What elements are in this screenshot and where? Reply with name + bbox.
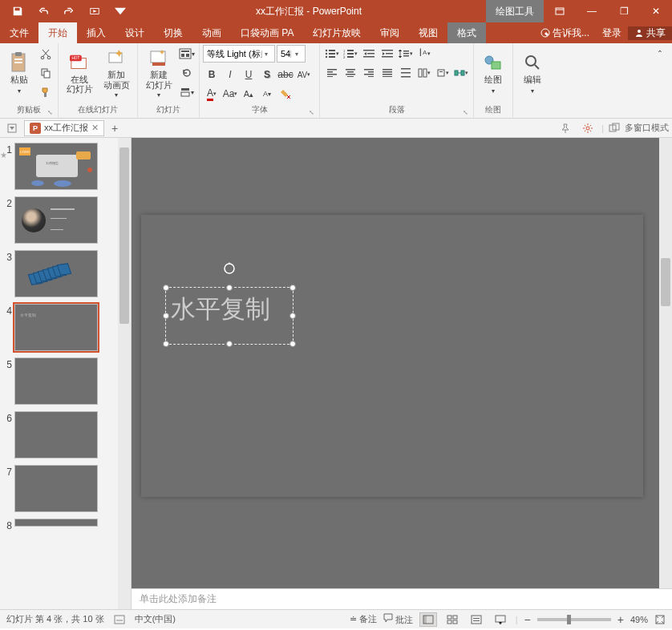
rotate-handle[interactable]: [223, 262, 236, 275]
settings-button[interactable]: [579, 119, 597, 137]
tab-view[interactable]: 视图: [409, 22, 447, 43]
close-button[interactable]: ✕: [640, 0, 672, 22]
zoom-in-button[interactable]: +: [617, 613, 624, 626]
underline-button[interactable]: U: [240, 66, 257, 83]
resize-handle-s[interactable]: [226, 341, 233, 347]
thumb-scrollbar[interactable]: [118, 138, 131, 609]
resize-handle-se[interactable]: [289, 341, 296, 347]
resize-handle-w[interactable]: [163, 313, 169, 319]
font-name-combo[interactable]: 等线 Light (标题▾: [203, 45, 275, 63]
language-label[interactable]: 中文(中国): [135, 613, 176, 625]
selected-textbox[interactable]: 水平复制: [165, 287, 293, 345]
zoom-slider[interactable]: [537, 618, 611, 621]
qat-save-button[interactable]: [6, 2, 29, 21]
grow-font-button[interactable]: A▴: [240, 85, 257, 103]
tab-file[interactable]: 文件: [0, 22, 38, 43]
columns-button[interactable]: ▾: [415, 64, 433, 82]
normal-view-button[interactable]: [419, 612, 437, 627]
paste-button[interactable]: 粘贴▾: [3, 45, 35, 103]
textbox-content[interactable]: 水平复制: [166, 288, 293, 326]
resize-handle-sw[interactable]: [163, 341, 169, 347]
resize-handle-nw[interactable]: [163, 285, 169, 291]
slide-thumb-1[interactable]: LOGO工作报告: [14, 143, 98, 190]
zoom-out-button[interactable]: −: [524, 613, 531, 626]
clear-format-button[interactable]: [277, 85, 294, 103]
align-right-button[interactable]: [360, 64, 378, 82]
font-color-button[interactable]: A▾: [203, 85, 221, 103]
bullets-button[interactable]: ▾: [323, 45, 341, 63]
resize-handle-e[interactable]: [289, 313, 296, 319]
slide-thumb-6[interactable]: [14, 411, 98, 458]
slideshow-view-button[interactable]: [492, 612, 509, 627]
tab-insert[interactable]: 插入: [77, 22, 115, 43]
smartart-button[interactable]: ▾: [452, 64, 470, 82]
tab-pocket-anim[interactable]: 口袋动画 PA: [231, 22, 303, 43]
editing-button[interactable]: 编辑▾: [516, 45, 549, 103]
font-size-combo[interactable]: 54▾: [277, 45, 306, 63]
collapse-ribbon-button[interactable]: ˆ: [651, 46, 669, 64]
editor-scrollbar[interactable]: [659, 138, 672, 588]
zoom-level[interactable]: 49%: [630, 615, 648, 624]
multiwindow-label[interactable]: 多窗口模式: [625, 122, 669, 134]
new-anim-page-button[interactable]: 新加 动画页▾: [99, 45, 134, 103]
char-spacing-button[interactable]: AV▾: [295, 66, 313, 83]
doc-tab-active[interactable]: P xx工作汇报 ✕: [24, 120, 104, 136]
pin-button[interactable]: [557, 119, 574, 137]
sorter-view-button[interactable]: [443, 612, 461, 627]
spell-check-icon[interactable]: [114, 614, 125, 625]
ribbon-options-button[interactable]: [544, 0, 576, 22]
distribute-button[interactable]: [397, 64, 415, 82]
tab-transition[interactable]: 切换: [154, 22, 192, 43]
qat-redo-button[interactable]: [58, 2, 80, 21]
notes-toggle[interactable]: ≐ 备注: [350, 613, 377, 625]
slide-canvas[interactable]: 水平复制: [141, 215, 643, 497]
italic-button[interactable]: I: [221, 66, 239, 83]
numbering-button[interactable]: 123▾: [342, 45, 359, 63]
decrease-indent-button[interactable]: [360, 45, 378, 63]
bold-button[interactable]: B: [203, 66, 221, 83]
shrink-font-button[interactable]: A▾: [258, 85, 276, 103]
shadow-button[interactable]: S: [258, 66, 276, 83]
tab-design[interactable]: 设计: [115, 22, 154, 43]
comments-toggle[interactable]: 批注: [383, 613, 413, 626]
align-text-button[interactable]: ▾: [434, 64, 451, 82]
slide-thumb-4[interactable]: 水平复制: [14, 304, 98, 351]
restore-button[interactable]: ❐: [608, 0, 640, 22]
align-left-button[interactable]: [323, 64, 341, 82]
line-spacing-button[interactable]: ▾: [397, 45, 415, 63]
dialog-launcher-icon[interactable]: ⤡: [309, 109, 314, 116]
online-slides-button[interactable]: HOT 在线 幻灯片: [62, 45, 97, 103]
strike-button[interactable]: abc: [277, 66, 294, 83]
change-case-button[interactable]: Aa▾: [221, 85, 239, 103]
copy-button[interactable]: [37, 64, 55, 82]
format-painter-button[interactable]: [37, 83, 55, 101]
tab-review[interactable]: 审阅: [370, 22, 409, 43]
section-button[interactable]: ▾: [178, 83, 196, 101]
layout-button[interactable]: ▾: [178, 45, 196, 63]
fit-window-button[interactable]: [654, 614, 666, 625]
tab-format[interactable]: 格式: [447, 22, 486, 43]
doc-tabs-menu-button[interactable]: [3, 119, 21, 137]
doc-tab-close-button[interactable]: ✕: [91, 123, 99, 133]
slide-thumb-2[interactable]: [14, 196, 98, 244]
tab-slideshow[interactable]: 幻灯片放映: [303, 22, 370, 43]
cut-button[interactable]: [37, 45, 55, 63]
align-center-button[interactable]: [342, 64, 359, 82]
tab-animation[interactable]: 动画: [192, 22, 231, 43]
qat-customize-button[interactable]: [109, 2, 132, 21]
slide-thumb-8[interactable]: [14, 519, 98, 527]
reset-button[interactable]: [178, 64, 196, 82]
justify-button[interactable]: [379, 64, 396, 82]
reading-view-button[interactable]: [468, 612, 485, 627]
dialog-launcher-icon[interactable]: ⤡: [463, 109, 468, 116]
increase-indent-button[interactable]: [379, 45, 396, 63]
resize-handle-ne[interactable]: [289, 285, 296, 291]
minimize-button[interactable]: —: [576, 0, 608, 22]
resize-handle-n[interactable]: [226, 285, 233, 291]
dialog-launcher-icon[interactable]: ⤡: [47, 109, 53, 116]
tab-home[interactable]: 开始: [38, 22, 77, 43]
new-doc-tab-button[interactable]: +: [107, 121, 122, 135]
new-slide-button[interactable]: 新建 幻灯片▾: [141, 45, 176, 103]
tell-me-button[interactable]: 告诉我...: [534, 26, 596, 40]
slide-thumb-5[interactable]: [14, 357, 98, 405]
